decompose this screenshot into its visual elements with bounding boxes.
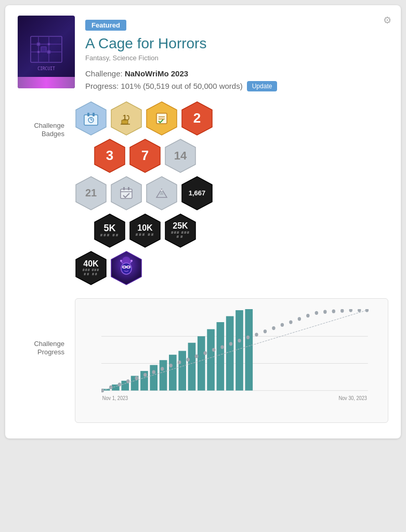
book-title: A Cage for Horrors (85, 35, 388, 52)
svg-point-100 (289, 320, 292, 324)
svg-point-90 (203, 351, 206, 355)
badge-3: 3 (94, 138, 126, 174)
book-cover: CIRCUIT (18, 16, 75, 88)
badge-14: 14 (164, 138, 197, 174)
challenge-line: Challenge: NaNoWriMo 2023 (85, 69, 388, 78)
svg-point-101 (298, 317, 301, 321)
badges-row-5: 40K ### ### ## ## (75, 250, 142, 286)
svg-point-51 (127, 266, 129, 268)
svg-point-85 (161, 367, 164, 370)
badge-25k: 25K ### ### ## (164, 213, 197, 248)
svg-point-91 (212, 348, 215, 351)
svg-rect-71 (188, 342, 196, 390)
progress-line: Progress: 101% (50,519 out of 50,000 wor… (85, 81, 388, 91)
badges-row-2: 3 7 14 (94, 138, 197, 174)
badge-1cup: 1 (110, 101, 142, 136)
badge-7: 7 (129, 138, 161, 174)
svg-point-83 (143, 373, 147, 376)
badge-check (146, 101, 178, 136)
badges-section: ChallengeBadges (18, 101, 388, 286)
header-info: Featured A Cage for Horrors Fantasy, Sci… (85, 16, 388, 91)
svg-rect-69 (169, 354, 177, 390)
svg-point-55 (130, 260, 133, 262)
badges-row-4: 5K ### ## 10K ### ## (94, 213, 197, 248)
svg-point-97 (264, 329, 267, 333)
svg-rect-34 (123, 187, 125, 190)
svg-point-84 (152, 370, 155, 374)
mountain-icon (154, 186, 169, 201)
badge-2: 2 (181, 101, 213, 136)
svg-point-5 (37, 43, 40, 46)
svg-rect-73 (207, 329, 215, 390)
svg-point-6 (47, 50, 50, 54)
svg-point-7 (37, 51, 40, 53)
progress-text: Progress: 101% (50,519 out of 50,000 wor… (85, 82, 243, 90)
svg-point-92 (220, 345, 224, 349)
svg-point-79 (109, 385, 112, 389)
badge-1667: 1,667 (181, 176, 213, 211)
svg-rect-72 (198, 336, 205, 390)
svg-rect-13 (87, 113, 89, 116)
header-section: CIRCUIT Featured A Cage for Horrors Fant… (18, 16, 388, 91)
main-card: ⚙ CIR (5, 5, 401, 438)
update-button[interactable]: Update (247, 81, 278, 91)
chart-label: ChallengeProgress (18, 298, 64, 357)
svg-rect-67 (150, 365, 158, 390)
svg-point-105 (332, 309, 335, 313)
badge-10k: 10K ### ## (129, 213, 161, 248)
svg-point-107 (349, 309, 352, 312)
svg-point-99 (281, 323, 284, 326)
book-genre: Fantasy, Science Fiction (85, 54, 388, 62)
svg-rect-74 (217, 322, 225, 391)
svg-text:CIRCUIT: CIRCUIT (37, 66, 55, 71)
clock-icon (83, 111, 99, 126)
badge-alien (110, 250, 142, 286)
checklist-icon (154, 111, 169, 126)
badge-5k: 5K ### ## (94, 213, 126, 248)
badge-calendar-check (110, 176, 142, 211)
chart-x-end: Nov 30, 2023 (338, 395, 367, 401)
svg-point-89 (195, 354, 198, 358)
badge-40k: 40K ### ### ## ## (75, 250, 107, 286)
cup-icon: 1 (119, 111, 134, 126)
challenge-label: Challenge: (85, 69, 123, 78)
svg-point-96 (255, 332, 258, 336)
svg-point-50 (123, 266, 125, 268)
gear-icon[interactable]: ⚙ (383, 15, 391, 26)
svg-point-108 (358, 309, 361, 312)
svg-rect-20 (122, 120, 128, 124)
circuit-illustration: CIRCUIT (25, 31, 67, 73)
svg-point-93 (229, 342, 232, 345)
chart-x-start: Nov 1, 2023 (102, 395, 128, 401)
alien-icon (117, 259, 135, 277)
svg-point-104 (323, 310, 326, 313)
svg-rect-14 (93, 113, 95, 116)
svg-line-110 (102, 310, 367, 391)
svg-point-106 (340, 309, 344, 313)
svg-point-54 (120, 260, 122, 262)
svg-point-95 (246, 335, 250, 339)
progress-chart: 0 20k 40k (101, 309, 377, 407)
book-bottom-bar (18, 77, 75, 88)
svg-rect-35 (128, 187, 129, 190)
svg-rect-68 (160, 360, 167, 390)
calendar-check-icon (119, 186, 134, 201)
chart-section: ChallengeProgress 0 20k 40k (18, 298, 388, 423)
badge-21: 21 (75, 176, 107, 211)
svg-rect-76 (235, 310, 243, 391)
badges-row-1: 1 (75, 101, 213, 136)
svg-point-98 (272, 326, 275, 329)
svg-point-80 (118, 382, 121, 386)
svg-rect-23 (156, 113, 167, 124)
svg-rect-70 (178, 351, 186, 390)
svg-rect-75 (226, 316, 234, 390)
svg-point-8 (48, 43, 50, 45)
chart-container: 0 20k 40k (75, 298, 388, 423)
svg-point-94 (238, 339, 241, 342)
svg-point-102 (306, 313, 309, 317)
svg-rect-77 (245, 309, 253, 391)
badges-grid: 1 (75, 101, 388, 286)
badges-label: ChallengeBadges (18, 101, 64, 139)
svg-point-103 (315, 311, 318, 314)
featured-badge: Featured (85, 20, 126, 31)
